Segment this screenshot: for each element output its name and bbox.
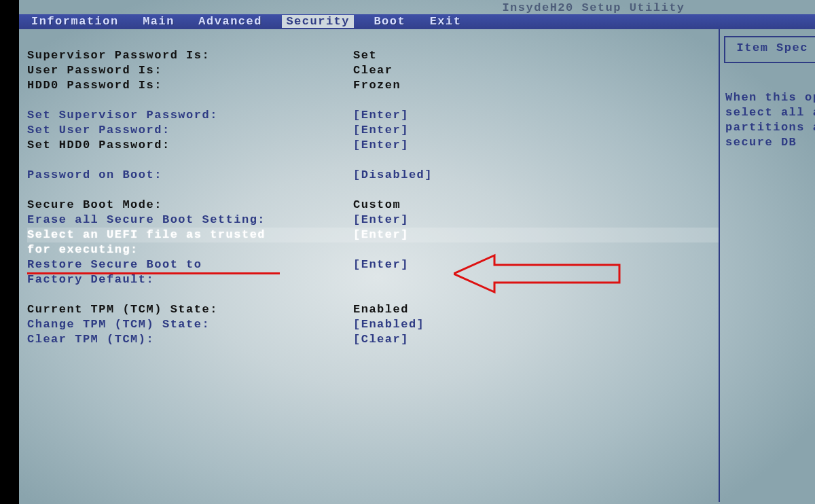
spacer <box>27 93 719 108</box>
setting-value: Custom <box>353 198 401 213</box>
menu-tab-exit[interactable]: Exit <box>426 15 466 28</box>
setting-row[interactable]: Change TPM (TCM) State:[Enabled] <box>27 317 719 332</box>
menu-tab-advanced[interactable]: Advanced <box>194 15 266 28</box>
setting-row: HDD0 Password Is:Frozen <box>27 78 719 93</box>
setting-value[interactable]: [Enter] <box>353 213 409 228</box>
setting-label: Set Supervisor Password: <box>27 108 353 123</box>
setting-label: Secure Boot Mode: <box>27 198 353 213</box>
setting-value[interactable]: [Enabled] <box>353 317 424 332</box>
help-pane: Item Spec When this op select all a part… <box>719 29 815 502</box>
setting-value: Frozen <box>353 78 401 93</box>
setting-row: Factory Default: <box>27 272 719 287</box>
menu-tab-security[interactable]: Security <box>282 15 354 28</box>
spacer <box>27 287 719 302</box>
workspace: Supervisor Password Is:SetUser Password … <box>19 29 815 502</box>
setting-row[interactable]: Set User Password:[Enter] <box>27 123 719 138</box>
setting-row: for executing: <box>27 242 719 257</box>
setting-row: Secure Boot Mode:Custom <box>27 198 719 213</box>
setting-row[interactable]: Select an UEFI file as trusted[Enter] <box>27 228 719 242</box>
setting-label: Password on Boot: <box>27 168 353 183</box>
main-pane: Supervisor Password Is:SetUser Password … <box>19 29 719 502</box>
setting-label: Supervisor Password Is: <box>27 48 353 63</box>
setting-row[interactable]: Erase all Secure Boot Setting:[Enter] <box>27 213 719 228</box>
menu-tab-information[interactable]: Information <box>27 15 123 28</box>
setting-value: Set <box>353 48 377 63</box>
setting-label: Restore Secure Boot to <box>27 257 353 272</box>
setting-label: Clear TPM (TCM): <box>27 332 353 347</box>
setting-row[interactable]: Clear TPM (TCM):[Clear] <box>27 332 719 347</box>
setting-value: Enabled <box>353 302 409 317</box>
setting-value[interactable]: [Enter] <box>353 257 409 272</box>
setting-label: Factory Default: <box>27 272 353 287</box>
setting-row[interactable]: Restore Secure Boot to[Enter] <box>27 257 719 272</box>
help-header-box: Item Spec <box>724 36 815 63</box>
utility-title: InsydeH20 Setup Utility <box>502 1 685 14</box>
setting-label: Change TPM (TCM) State: <box>27 317 353 332</box>
setting-label: Set HDD0 Password: <box>27 138 353 153</box>
setting-row: Current TPM (TCM) State:Enabled <box>27 302 719 317</box>
menu-tab-main[interactable]: Main <box>139 15 179 28</box>
setting-value[interactable]: [Enter] <box>353 108 409 123</box>
setting-row[interactable]: Set Supervisor Password:[Enter] <box>27 108 719 123</box>
spacer <box>27 153 719 168</box>
bios-screen: InsydeH20 Setup Utility Information Main… <box>19 0 815 504</box>
setting-value[interactable]: [Clear] <box>353 332 409 347</box>
setting-row[interactable]: Set HDD0 Password:[Enter] <box>27 138 719 153</box>
setting-row: User Password Is:Clear <box>27 63 719 78</box>
setting-value[interactable]: [Enter] <box>353 138 409 153</box>
setting-row: Supervisor Password Is:Set <box>27 48 719 63</box>
setting-value[interactable]: [Enter] <box>353 123 409 138</box>
setting-label: Select an UEFI file as trusted <box>27 228 353 242</box>
setting-label: Erase all Secure Boot Setting: <box>27 213 353 228</box>
help-header: Item Spec <box>737 41 808 54</box>
spacer <box>27 183 719 198</box>
setting-value[interactable]: [Disabled] <box>353 168 433 183</box>
setting-value[interactable]: [Enter] <box>353 228 409 242</box>
menu-bar[interactable]: Information Main Advanced Security Boot … <box>19 14 815 29</box>
setting-label: Set User Password: <box>27 123 353 138</box>
title-bar: InsydeH20 Setup Utility <box>19 0 815 14</box>
setting-value: Clear <box>353 63 393 78</box>
setting-label: HDD0 Password Is: <box>27 78 353 93</box>
setting-label: Current TPM (TCM) State: <box>27 302 353 317</box>
setting-label: for executing: <box>27 242 353 257</box>
setting-label: User Password Is: <box>27 63 353 78</box>
setting-row[interactable]: Password on Boot:[Disabled] <box>27 168 719 183</box>
settings-list: Supervisor Password Is:SetUser Password … <box>27 48 719 347</box>
menu-tab-boot[interactable]: Boot <box>369 15 410 28</box>
annotation-underline <box>27 272 280 274</box>
help-body: When this op select all a partitions a s… <box>725 90 815 150</box>
